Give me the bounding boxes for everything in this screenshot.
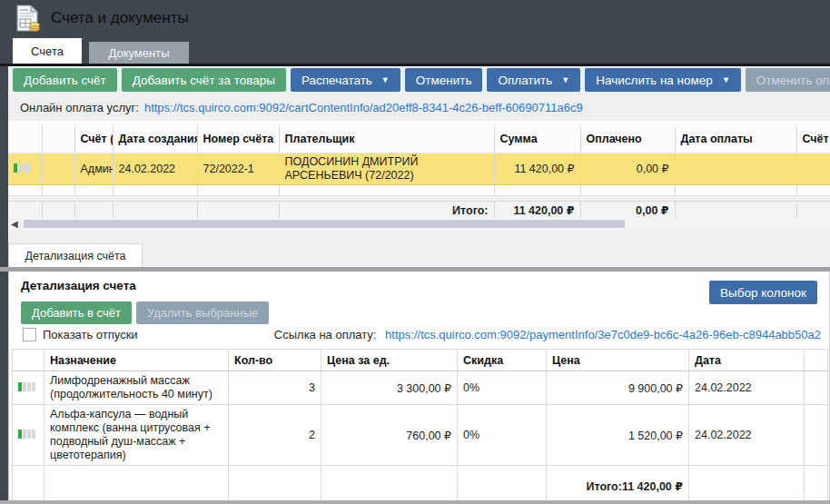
column-header-payer[interactable]: Плательщик: [279, 126, 494, 153]
status-indicator-icon: [18, 382, 35, 391]
column-header-empty: [42, 126, 74, 153]
service-row[interactable]: Лимфодренажный массаж (продолжительность…: [13, 371, 828, 405]
print-button[interactable]: Распечатать▼: [291, 68, 400, 92]
totals-label: Итого:: [586, 480, 621, 493]
cell-discount: 0%: [458, 405, 547, 466]
button-label: Распечатать: [301, 74, 372, 87]
cell-service-name: Лимфодренажный массаж (продолжительность…: [44, 371, 229, 405]
column-header-created[interactable]: Дата создания: [113, 126, 197, 153]
cell-empty: [796, 153, 830, 184]
scrollbar-thumb[interactable]: [24, 220, 625, 228]
tab-documents[interactable]: Документы: [89, 42, 189, 64]
column-header-unitprice[interactable]: Цена за ед.: [321, 350, 458, 371]
service-row[interactable]: Альфа-капсула — водный комплекс (ванна ц…: [13, 405, 828, 466]
button-label: Отменить оплату: [756, 74, 830, 87]
totals-paid: 0,00 ₽: [580, 201, 675, 218]
cell-price: 9 900,00 ₽: [547, 371, 689, 405]
panel-title: Детализация счета: [21, 279, 136, 292]
status-cell: [8, 153, 42, 184]
online-payment-link[interactable]: https://tcs.quirco.com:9092/cartContentI…: [144, 101, 583, 114]
status-cell: [13, 405, 44, 466]
window-header: Счета и документы: [0, 0, 830, 36]
column-header-account2[interactable]: Счёт: [796, 126, 830, 153]
invoices-totals: Итого: 11 420,00 ₽ 0,00 ₽: [8, 201, 830, 219]
column-header-price[interactable]: Цена: [547, 350, 689, 371]
chevron-down-icon: ▼: [381, 76, 390, 84]
totals-row: Итого: 11 420,00 ₽ 0,00 ₽: [8, 201, 830, 218]
cancel-payment-button[interactable]: Отменить оплату: [746, 68, 830, 92]
button-label: Выбор колонок: [720, 286, 806, 300]
add-to-invoice-button[interactable]: Добавить в счёт: [21, 301, 132, 324]
button-label: Оплатить: [498, 74, 552, 87]
panel-actions: Добавить в счёт Удалить выбранные: [21, 301, 273, 324]
button-label: Начислить на номер: [596, 74, 713, 87]
details-header-row: Назначение Кол-во Цена за ед. Скидка Цен…: [13, 350, 828, 371]
cell-discount: 0%: [458, 371, 547, 405]
totals-amount: 11 420,00 ₽: [494, 201, 580, 218]
invoice-document-icon: [13, 4, 42, 33]
button-label: Добавить в счёт: [32, 306, 121, 320]
add-invoice-button[interactable]: Добавить счёт: [13, 68, 117, 92]
invoices-grid: Счёт ( Дата создания Номер счёта Платель…: [0, 121, 830, 218]
pay-button[interactable]: Оплатить▼: [487, 68, 580, 92]
tab-invoice-details[interactable]: Детализация счёта: [8, 243, 143, 267]
column-header-name[interactable]: Назначение: [44, 350, 229, 371]
cell-paydate: [675, 153, 796, 184]
column-header-paid[interactable]: Оплачено: [580, 126, 675, 153]
invoice-row-selected[interactable]: Администратор 24.02.2022 72/2022-1 ПОДОС…: [8, 153, 830, 184]
horizontal-scrollbar[interactable]: ◀: [0, 218, 830, 230]
cell-qty: 2: [229, 405, 321, 466]
details-totals-row: Итого:11 420,00 ₽: [13, 466, 828, 504]
payment-link-label: Ссылка на оплату:: [274, 328, 377, 341]
column-header-account[interactable]: Счёт (: [74, 126, 113, 153]
cell-empty: [42, 153, 74, 184]
column-header-date[interactable]: Дата: [689, 350, 805, 371]
tab-invoices[interactable]: Счета: [13, 38, 82, 64]
status-indicator-icon: [18, 430, 35, 439]
page-title: Счета и документы: [51, 9, 189, 27]
show-vacations-label: Показать отпуски: [43, 328, 138, 341]
totals-value: 11 420,00 ₽: [622, 480, 683, 493]
status-indicator-icon: [14, 163, 31, 173]
cell-date: 24.02.2022: [689, 405, 805, 466]
scroll-left-arrow-icon[interactable]: ◀: [11, 220, 20, 229]
button-label: Добавить счёт за товары: [133, 74, 275, 87]
column-header-qty[interactable]: Кол-во: [229, 350, 321, 371]
details-grid: Назначение Кол-во Цена за ед. Скидка Цен…: [12, 349, 828, 504]
toolbar: Добавить счёт Добавить счёт за товары Ра…: [0, 66, 830, 94]
cell-date: 24.02.2022: [689, 371, 805, 405]
online-payment-label: Онлайн оплата услуг:: [20, 101, 139, 114]
choose-columns-button[interactable]: Выбор колонок: [709, 281, 817, 304]
column-header-empty: [805, 350, 828, 371]
payment-link[interactable]: https://tcs.quirco.com:9092/paymentInfo/…: [385, 328, 821, 341]
column-header-paydate[interactable]: Дата оплаты: [675, 126, 796, 153]
invoices-header-row: Счёт ( Дата создания Номер счёта Платель…: [8, 126, 830, 153]
invoice-details-panel: Детализация счета Выбор колонок Добавить…: [8, 272, 830, 500]
cell-payer: ПОДОСИНИН ДМИТРИЙ АРСЕНЬЕВИЧ (72/2022): [279, 153, 494, 184]
column-header-discount[interactable]: Скидка: [458, 350, 547, 371]
invoice-row-empty[interactable]: [8, 184, 830, 195]
chevron-down-icon: ▼: [561, 76, 569, 84]
column-header-empty: [13, 350, 44, 371]
show-vacations-row: Показать отпуски: [23, 328, 138, 341]
button-label: Добавить счёт: [24, 74, 106, 87]
cell-unitprice: 3 300,00 ₽: [321, 371, 458, 405]
left-frame-strip: [0, 66, 8, 504]
cell-empty: [805, 405, 828, 466]
cancel-button[interactable]: Отменить: [405, 68, 483, 92]
column-header-amount[interactable]: Сумма: [494, 126, 580, 153]
column-header-number[interactable]: Номер счёта: [197, 126, 279, 153]
payment-link-row: Ссылка на оплату: https://tcs.quirco.com…: [274, 328, 821, 341]
cell-paid: 0,00 ₽: [580, 153, 675, 184]
button-label: Отменить: [416, 74, 472, 87]
show-vacations-checkbox[interactable]: [23, 328, 36, 341]
delete-selected-button[interactable]: Удалить выбранные: [136, 301, 269, 324]
charge-to-number-button[interactable]: Начислить на номер▼: [585, 68, 741, 92]
cell-unitprice: 760,00 ₽: [321, 405, 458, 466]
add-goods-invoice-button[interactable]: Добавить счёт за товары: [122, 68, 286, 92]
cell-number: 72/2022-1: [197, 153, 279, 184]
details-totals-price: Итого:11 420,00 ₽: [547, 466, 689, 504]
cell-service-name: Альфа-капсула — водный комплекс (ванна ц…: [44, 405, 229, 466]
tab-strip: Счета Документы: [0, 36, 830, 66]
cell-created: 24.02.2022: [113, 153, 197, 184]
